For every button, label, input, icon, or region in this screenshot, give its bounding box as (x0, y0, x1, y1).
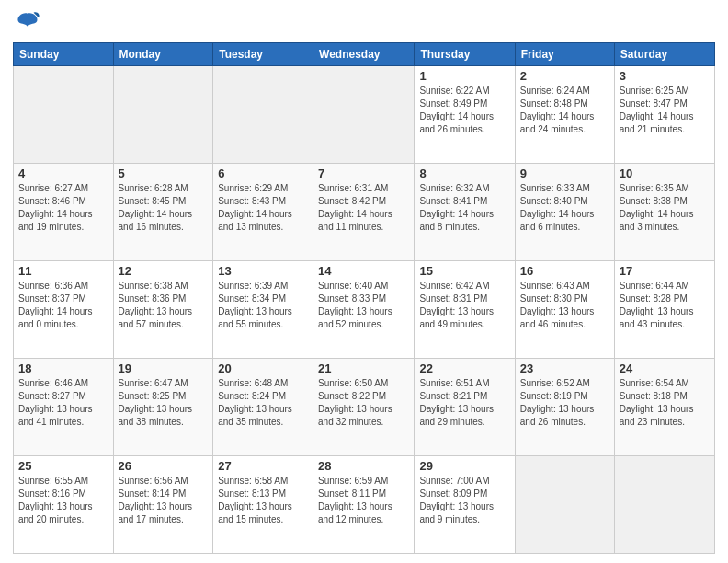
calendar-cell: 21Sunrise: 6:50 AM Sunset: 8:22 PM Dayli… (313, 359, 415, 456)
day-info: Sunrise: 6:24 AM Sunset: 8:48 PM Dayligh… (520, 85, 609, 136)
day-number: 26 (119, 459, 209, 473)
weekday-header-friday: Friday (515, 43, 614, 66)
calendar-week-row: 11Sunrise: 6:36 AM Sunset: 8:37 PM Dayli… (14, 261, 715, 359)
calendar-cell: 25Sunrise: 6:55 AM Sunset: 8:16 PM Dayli… (14, 456, 114, 554)
weekday-header-thursday: Thursday (415, 43, 515, 66)
calendar-week-row: 25Sunrise: 6:55 AM Sunset: 8:16 PM Dayli… (14, 456, 715, 554)
day-info: Sunrise: 6:40 AM Sunset: 8:33 PM Dayligh… (318, 280, 409, 331)
day-number: 5 (119, 167, 209, 180)
day-info: Sunrise: 6:43 AM Sunset: 8:30 PM Dayligh… (520, 280, 609, 331)
day-number: 2 (520, 69, 609, 83)
day-number: 13 (218, 264, 308, 278)
day-info: Sunrise: 6:42 AM Sunset: 8:31 PM Dayligh… (419, 280, 509, 331)
calendar-cell (14, 66, 114, 164)
calendar-cell (614, 456, 714, 554)
day-number: 3 (620, 69, 710, 83)
calendar-cell: 26Sunrise: 6:56 AM Sunset: 8:14 PM Dayli… (113, 456, 213, 554)
calendar-cell: 4Sunrise: 6:27 AM Sunset: 8:46 PM Daylig… (14, 164, 114, 261)
day-number: 18 (18, 362, 108, 375)
day-number: 4 (18, 167, 108, 180)
day-info: Sunrise: 6:56 AM Sunset: 8:14 PM Dayligh… (119, 475, 209, 526)
day-number: 12 (119, 264, 209, 278)
day-number: 19 (119, 362, 209, 375)
weekday-header-tuesday: Tuesday (213, 43, 313, 66)
weekday-header-wednesday: Wednesday (313, 43, 415, 66)
calendar-cell: 12Sunrise: 6:38 AM Sunset: 8:36 PM Dayli… (113, 261, 213, 359)
calendar-cell: 24Sunrise: 6:54 AM Sunset: 8:18 PM Dayli… (614, 359, 714, 456)
calendar-cell: 28Sunrise: 6:59 AM Sunset: 8:11 PM Dayli… (313, 456, 415, 554)
calendar-cell: 9Sunrise: 6:33 AM Sunset: 8:40 PM Daylig… (515, 164, 614, 261)
calendar-cell: 6Sunrise: 6:29 AM Sunset: 8:43 PM Daylig… (213, 164, 313, 261)
day-info: Sunrise: 6:38 AM Sunset: 8:36 PM Dayligh… (119, 280, 209, 331)
calendar-cell (313, 66, 415, 164)
day-number: 6 (218, 167, 308, 180)
day-info: Sunrise: 6:31 AM Sunset: 8:42 PM Dayligh… (318, 182, 409, 234)
calendar-cell: 11Sunrise: 6:36 AM Sunset: 8:37 PM Dayli… (14, 261, 114, 359)
calendar-cell: 14Sunrise: 6:40 AM Sunset: 8:33 PM Dayli… (313, 261, 415, 359)
day-number: 23 (520, 362, 609, 375)
calendar-table: SundayMondayTuesdayWednesdayThursdayFrid… (13, 42, 715, 554)
day-info: Sunrise: 6:55 AM Sunset: 8:16 PM Dayligh… (18, 475, 108, 526)
day-number: 7 (318, 167, 409, 180)
calendar-cell (515, 456, 614, 554)
day-info: Sunrise: 6:29 AM Sunset: 8:43 PM Dayligh… (218, 182, 308, 234)
day-number: 27 (218, 459, 308, 473)
day-number: 16 (520, 264, 609, 278)
calendar-week-row: 4Sunrise: 6:27 AM Sunset: 8:46 PM Daylig… (14, 164, 715, 261)
calendar-cell: 27Sunrise: 6:58 AM Sunset: 8:13 PM Dayli… (213, 456, 313, 554)
day-info: Sunrise: 6:35 AM Sunset: 8:38 PM Dayligh… (620, 182, 710, 234)
weekday-header-monday: Monday (113, 43, 213, 66)
calendar-week-row: 1Sunrise: 6:22 AM Sunset: 8:49 PM Daylig… (14, 66, 715, 164)
day-info: Sunrise: 6:39 AM Sunset: 8:34 PM Dayligh… (218, 280, 308, 331)
day-info: Sunrise: 6:28 AM Sunset: 8:45 PM Dayligh… (119, 182, 209, 234)
day-info: Sunrise: 6:47 AM Sunset: 8:25 PM Dayligh… (119, 377, 209, 429)
calendar-cell: 18Sunrise: 6:46 AM Sunset: 8:27 PM Dayli… (14, 359, 114, 456)
day-info: Sunrise: 6:59 AM Sunset: 8:11 PM Dayligh… (318, 475, 409, 526)
calendar-cell: 13Sunrise: 6:39 AM Sunset: 8:34 PM Dayli… (213, 261, 313, 359)
calendar-cell: 7Sunrise: 6:31 AM Sunset: 8:42 PM Daylig… (313, 164, 415, 261)
day-number: 14 (318, 264, 409, 278)
day-number: 25 (18, 459, 108, 473)
calendar-cell: 8Sunrise: 6:32 AM Sunset: 8:41 PM Daylig… (415, 164, 515, 261)
calendar-cell: 29Sunrise: 7:00 AM Sunset: 8:09 PM Dayli… (415, 456, 515, 554)
day-number: 1 (419, 69, 509, 83)
weekday-header-sunday: Sunday (14, 43, 114, 66)
page-header (13, 9, 715, 35)
day-info: Sunrise: 6:32 AM Sunset: 8:41 PM Dayligh… (419, 182, 509, 234)
day-info: Sunrise: 6:52 AM Sunset: 8:19 PM Dayligh… (520, 377, 609, 429)
day-number: 9 (520, 167, 609, 180)
calendar-cell (113, 66, 213, 164)
calendar-cell: 15Sunrise: 6:42 AM Sunset: 8:31 PM Dayli… (415, 261, 515, 359)
day-number: 21 (318, 362, 409, 375)
day-info: Sunrise: 6:25 AM Sunset: 8:47 PM Dayligh… (620, 85, 710, 136)
day-info: Sunrise: 6:22 AM Sunset: 8:49 PM Dayligh… (419, 85, 509, 136)
day-info: Sunrise: 6:27 AM Sunset: 8:46 PM Dayligh… (18, 182, 108, 234)
calendar-cell: 2Sunrise: 6:24 AM Sunset: 8:48 PM Daylig… (515, 66, 614, 164)
day-number: 15 (419, 264, 509, 278)
calendar-cell: 20Sunrise: 6:48 AM Sunset: 8:24 PM Dayli… (213, 359, 313, 456)
day-info: Sunrise: 6:51 AM Sunset: 8:21 PM Dayligh… (419, 377, 509, 429)
calendar-cell: 23Sunrise: 6:52 AM Sunset: 8:19 PM Dayli… (515, 359, 614, 456)
day-info: Sunrise: 6:48 AM Sunset: 8:24 PM Dayligh… (218, 377, 308, 429)
day-number: 24 (620, 362, 710, 375)
day-number: 11 (18, 264, 108, 278)
day-info: Sunrise: 6:50 AM Sunset: 8:22 PM Dayligh… (318, 377, 409, 429)
day-info: Sunrise: 6:36 AM Sunset: 8:37 PM Dayligh… (18, 280, 108, 331)
calendar-cell: 1Sunrise: 6:22 AM Sunset: 8:49 PM Daylig… (415, 66, 515, 164)
day-number: 28 (318, 459, 409, 473)
calendar-cell: 19Sunrise: 6:47 AM Sunset: 8:25 PM Dayli… (113, 359, 213, 456)
day-info: Sunrise: 6:58 AM Sunset: 8:13 PM Dayligh… (218, 475, 308, 526)
logo-bird-icon (15, 9, 40, 35)
weekday-header-row: SundayMondayTuesdayWednesdayThursdayFrid… (14, 43, 715, 66)
day-info: Sunrise: 6:46 AM Sunset: 8:27 PM Dayligh… (18, 377, 108, 429)
day-info: Sunrise: 6:54 AM Sunset: 8:18 PM Dayligh… (620, 377, 710, 429)
day-number: 17 (620, 264, 710, 278)
day-number: 10 (620, 167, 710, 180)
day-number: 22 (419, 362, 509, 375)
calendar-week-row: 18Sunrise: 6:46 AM Sunset: 8:27 PM Dayli… (14, 359, 715, 456)
calendar-cell (213, 66, 313, 164)
day-info: Sunrise: 6:44 AM Sunset: 8:28 PM Dayligh… (620, 280, 710, 331)
day-number: 20 (218, 362, 308, 375)
day-info: Sunrise: 7:00 AM Sunset: 8:09 PM Dayligh… (419, 475, 509, 526)
day-number: 29 (419, 459, 509, 473)
